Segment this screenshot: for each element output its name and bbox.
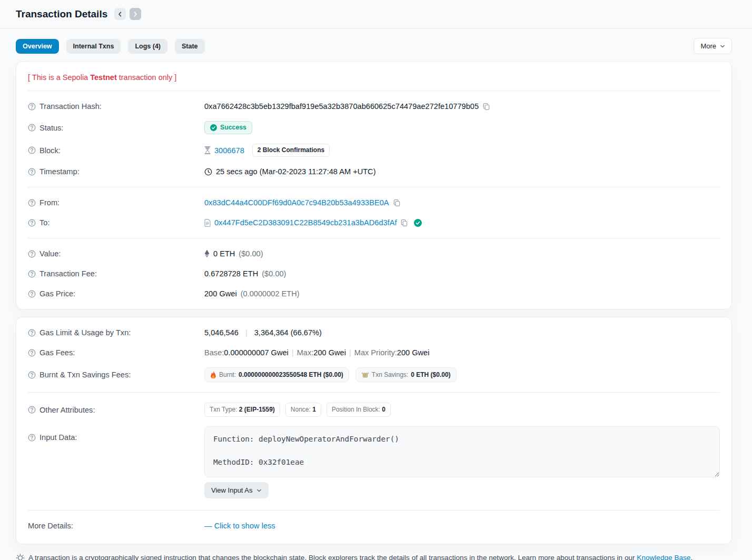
other-attributes-label: Other Attributes: bbox=[28, 403, 204, 417]
tab-logs[interactable]: Logs (4) bbox=[128, 39, 167, 54]
copy-icon bbox=[482, 103, 490, 111]
copy-from-address-button[interactable] bbox=[393, 199, 401, 207]
transaction-hash-row: Transaction Hash: 0xa7662428c3b5eb1329fb… bbox=[28, 96, 720, 116]
help-icon[interactable] bbox=[28, 219, 36, 227]
header-divider bbox=[0, 28, 752, 28]
txn-type-badge: Txn Type: 2 (EIP-1559) bbox=[204, 403, 280, 417]
gas-price-value: 200 Gwei (0.0000002 ETH) bbox=[204, 288, 720, 299]
timestamp-label: Timestamp: bbox=[28, 166, 204, 177]
page-title: Transaction Details bbox=[16, 8, 107, 20]
transaction-fee-label: Transaction Fee: bbox=[28, 268, 204, 279]
chevron-down-icon bbox=[720, 44, 725, 49]
nonce-badge: Nonce: 1 bbox=[285, 403, 321, 417]
chevron-right-icon bbox=[133, 12, 138, 17]
burnt-fees-label: Burnt & Txn Savings Fees: bbox=[28, 367, 204, 382]
help-icon[interactable] bbox=[28, 406, 36, 414]
testnet-banner: [ This is a Sepolia Testnet transaction … bbox=[28, 65, 720, 91]
help-icon[interactable] bbox=[28, 371, 36, 379]
block-number-link[interactable]: 3006678 bbox=[214, 145, 244, 156]
transaction-hash-value: 0xa7662428c3b5eb1329fbaf919e5a32b3870ab6… bbox=[204, 101, 720, 112]
burnt-badge: Burnt: 0.000000000023550548 ETH ($0.00) bbox=[204, 367, 349, 382]
other-attributes-row: Other Attributes: Txn Type: 2 (EIP-1559)… bbox=[28, 398, 720, 422]
gas-limit-value: 5,046,546 | 3,364,364 (66.67%) bbox=[204, 327, 720, 338]
block-confirmations-badge: 2 Block Confirmations bbox=[252, 144, 330, 157]
copy-icon bbox=[393, 199, 401, 207]
status-label: Status: bbox=[28, 121, 204, 134]
tab-state[interactable]: State bbox=[175, 39, 205, 54]
section-divider bbox=[28, 238, 720, 238]
help-icon[interactable] bbox=[28, 434, 36, 442]
help-icon[interactable] bbox=[28, 290, 36, 298]
timestamp-row: Timestamp: 25 secs ago (Mar-02-2023 11:2… bbox=[28, 162, 720, 182]
help-icon[interactable] bbox=[28, 349, 36, 357]
gas-limit-row: Gas Limit & Usage by Txn: 5,046,546 | 3,… bbox=[28, 323, 720, 343]
status-badge: Success bbox=[204, 121, 252, 134]
burnt-fees-row: Burnt & Txn Savings Fees: Burnt: 0.00000… bbox=[28, 363, 720, 387]
other-attributes-value: Txn Type: 2 (EIP-1559) Nonce: 1 Position… bbox=[204, 403, 720, 417]
from-address-link[interactable]: 0x83dC44a4C00DFf69d0A0c7c94B20b53a4933BE… bbox=[204, 197, 389, 208]
verified-check-icon bbox=[414, 219, 422, 227]
contract-file-icon bbox=[204, 219, 211, 227]
footer-text: A transaction is a cryptographically sig… bbox=[28, 553, 692, 560]
input-data-value: Function: deployNewOperatorAndForwarder(… bbox=[204, 426, 720, 498]
transaction-details-page: Transaction Details Overview Internal Tx… bbox=[0, 0, 752, 560]
to-row: To: 0x447Fd5eC2D383091C22B8549cb231a3bAD… bbox=[28, 213, 720, 233]
clock-icon bbox=[204, 168, 212, 176]
to-label: To: bbox=[28, 217, 204, 228]
tabs-row: Overview Internal Txns Logs (4) State Mo… bbox=[16, 38, 732, 54]
help-icon[interactable] bbox=[28, 250, 36, 258]
copy-to-address-button[interactable] bbox=[400, 219, 408, 227]
from-label: From: bbox=[28, 197, 204, 208]
transaction-fee-row: Transaction Fee: 0.6728728 ETH ($0.00) bbox=[28, 264, 720, 284]
section-divider bbox=[28, 510, 720, 511]
overview-card: [ This is a Sepolia Testnet transaction … bbox=[16, 61, 732, 309]
more-details-row: More Details: — Click to show less bbox=[28, 516, 720, 538]
section-divider bbox=[28, 91, 720, 91]
help-icon[interactable] bbox=[28, 124, 36, 132]
txn-savings-badge: Txn Savings: 0 ETH ($0.00) bbox=[355, 367, 457, 382]
section-divider bbox=[28, 392, 720, 393]
help-icon[interactable] bbox=[28, 270, 36, 278]
show-less-link[interactable]: — Click to show less bbox=[204, 521, 275, 531]
value-value: 0 ETH ($0.00) bbox=[204, 248, 720, 259]
to-address-link[interactable]: 0x447Fd5eC2D383091C22B8549cb231a3bAD6d3f… bbox=[214, 217, 397, 228]
block-label: Block: bbox=[28, 144, 204, 157]
position-in-block-badge: Position In Block: 0 bbox=[326, 403, 391, 417]
more-details-value: — Click to show less bbox=[204, 521, 720, 531]
burnt-fees-value: Burnt: 0.000000000023550548 ETH ($0.00) … bbox=[204, 367, 720, 382]
more-menu-button[interactable]: More bbox=[694, 38, 732, 54]
gas-price-row: Gas Price: 200 Gwei (0.0000002 ETH) bbox=[28, 284, 720, 304]
tab-list: Overview Internal Txns Logs (4) State bbox=[16, 39, 205, 54]
from-value: 0x83dC44a4C00DFf69d0A0c7c94B20b53a4933BE… bbox=[204, 197, 720, 208]
input-data-label: Input Data: bbox=[28, 426, 204, 443]
help-icon[interactable] bbox=[28, 199, 36, 207]
block-value: 3006678 2 Block Confirmations bbox=[204, 144, 720, 157]
help-icon[interactable] bbox=[28, 103, 36, 111]
transaction-fee-value: 0.6728728 ETH ($0.00) bbox=[204, 268, 720, 279]
tab-internal-txns[interactable]: Internal Txns bbox=[66, 39, 121, 54]
flame-icon bbox=[210, 371, 216, 378]
status-row: Status: Success bbox=[28, 116, 720, 139]
gas-fees-value: Base: 0.000000007 Gwei | Max: 200 Gwei |… bbox=[204, 347, 720, 358]
previous-transaction-button[interactable] bbox=[114, 8, 126, 20]
help-icon[interactable] bbox=[28, 329, 36, 337]
copy-icon bbox=[400, 219, 408, 227]
knowledge-base-link[interactable]: Knowledge Base bbox=[637, 554, 690, 560]
chevron-down-icon bbox=[256, 488, 262, 493]
gas-fees-label: Gas Fees: bbox=[28, 347, 204, 358]
status-value: Success bbox=[204, 121, 720, 134]
value-row: Value: 0 ETH ($0.00) bbox=[28, 244, 720, 264]
more-menu-label: More bbox=[700, 42, 716, 50]
timestamp-value: 25 secs ago (Mar-02-2023 11:27:48 AM +UT… bbox=[204, 166, 720, 177]
chevron-left-icon bbox=[117, 12, 123, 17]
details-card: Gas Limit & Usage by Txn: 5,046,546 | 3,… bbox=[16, 317, 732, 544]
tab-overview[interactable]: Overview bbox=[16, 39, 59, 54]
block-row: Block: 3006678 2 Block Confirmations bbox=[28, 139, 720, 162]
help-icon[interactable] bbox=[28, 168, 36, 176]
view-input-as-button[interactable]: View Input As bbox=[204, 482, 269, 498]
input-data-row: Input Data: Function: deployNewOperatorA… bbox=[28, 422, 720, 503]
next-transaction-button[interactable] bbox=[130, 8, 141, 20]
help-icon[interactable] bbox=[28, 146, 36, 154]
input-data-textarea[interactable]: Function: deployNewOperatorAndForwarder(… bbox=[204, 426, 720, 477]
copy-hash-button[interactable] bbox=[482, 103, 490, 111]
